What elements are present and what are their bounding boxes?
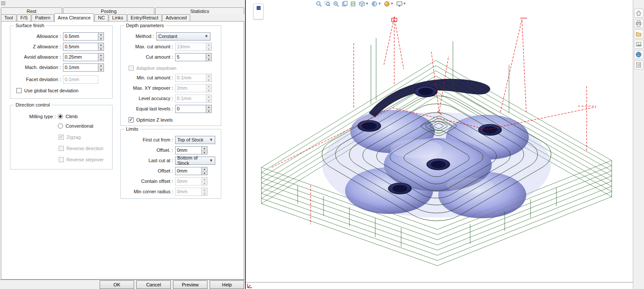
avoid-allowance-spinner[interactable]: ▲▼ <box>98 53 104 61</box>
tab-nc[interactable]: NC <box>94 14 108 22</box>
view-settings-icon[interactable]: ▼ <box>396 1 406 7</box>
adaptive-stepdown-row: Adaptive stepdown <box>129 65 219 72</box>
depth-parameters-group: Depth parameters Method : Constant ▼ Max… <box>120 25 221 126</box>
viewport-bottom-divider <box>246 282 633 283</box>
chevron-down-icon: ▼ <box>390 2 394 6</box>
min-corner-radius-row: Min corner radius : ▲▼ <box>123 187 219 196</box>
mach-deviation-input[interactable] <box>63 63 98 72</box>
optimize-z-row: Optimize Z levels <box>129 116 219 123</box>
rapid-marks <box>392 18 527 115</box>
cut-amount-input[interactable] <box>175 53 206 61</box>
tab-advanced[interactable]: Advanced <box>162 14 190 22</box>
contain-offset-input <box>175 177 202 185</box>
mach-deviation-label: Mach. deviation : <box>12 65 63 70</box>
dialog-titlebar <box>0 0 245 6</box>
last-cut-at-label: Last cut at : <box>123 158 175 163</box>
level-accuracy-spinner: ▲▼ <box>206 94 212 103</box>
reverse-direction-row: Reverse direction <box>59 145 110 152</box>
section-view-a-icon[interactable] <box>342 1 348 7</box>
z-allowance-spinner[interactable]: ▲▼ <box>98 43 104 51</box>
stock-icon[interactable] <box>257 6 261 10</box>
facet-deviation-label: Facet deviation : <box>12 77 63 82</box>
max-cut-amount-input <box>175 43 206 51</box>
adaptive-stepdown-label: Adaptive stepdown <box>136 66 176 71</box>
help-button[interactable]: Help <box>210 280 244 289</box>
offset-top-spinner[interactable]: ▲▼ <box>202 146 207 154</box>
tab-statistics[interactable]: Statistics <box>155 7 244 14</box>
zoom-in-out-icon[interactable] <box>333 1 339 7</box>
offset-bottom-label: Offset : <box>123 168 175 173</box>
min-corner-radius-input <box>175 188 202 196</box>
method-value: Constant <box>158 34 177 39</box>
optimize-z-checkbox[interactable] <box>129 117 134 123</box>
method-select[interactable]: Constant ▼ <box>156 32 210 41</box>
max-xy-stepover-spinner: ▲▼ <box>206 84 212 92</box>
first-cut-from-label: First cut from : <box>123 137 175 142</box>
offset-top-input[interactable] <box>175 146 202 154</box>
max-cut-amount-label: Max. cut amount : <box>123 44 175 49</box>
tab-area-clearance[interactable]: Area Clearance <box>54 13 94 22</box>
tab-row-secondary: Rest Posting Statistics <box>0 6 245 14</box>
last-cut-at-select[interactable]: Bottom of Stock ▼ <box>175 157 215 165</box>
avoid-allowance-row: Avoid allowance : ▲▼ <box>12 53 110 61</box>
offset-bottom-input[interactable] <box>175 167 202 175</box>
conventional-label: Conventional <box>66 123 93 129</box>
z-allowance-row: Z allowance : ▲▼ <box>12 42 110 51</box>
preview-button[interactable]: Preview <box>173 280 207 289</box>
tab-pattern[interactable]: Pattern <box>31 14 53 22</box>
printer-icon[interactable] <box>634 19 644 28</box>
folder-open-icon[interactable] <box>634 29 644 38</box>
facet-deviation-row: Facet deviation : <box>12 75 110 84</box>
limits-group: Limits First cut from : Top of Stock ▼ O… <box>120 129 221 199</box>
view-orientation-icon[interactable]: ▼ <box>359 1 369 7</box>
allowance-spinner[interactable]: ▲▼ <box>98 32 104 41</box>
cut-amount-label: Cut amount : <box>123 54 175 60</box>
tab-tool[interactable]: Tool <box>1 14 16 22</box>
image-icon[interactable] <box>634 40 644 49</box>
offset-bottom-row: Offset : ▲▼ <box>123 166 219 175</box>
z-allowance-input[interactable] <box>63 43 98 51</box>
reverse-direction-label: Reverse direction <box>66 146 104 151</box>
direction-control-group: Direction control Milling type : Climb C… <box>10 105 113 170</box>
tab-fs[interactable]: F/S <box>17 14 31 22</box>
equal-last-levels-spinner[interactable]: ▲▼ <box>206 105 212 113</box>
mach-deviation-row: Mach. deviation : ▲▼ <box>12 63 110 72</box>
first-cut-from-row: First cut from : Top of Stock ▼ <box>123 135 219 144</box>
home-icon[interactable] <box>634 9 644 18</box>
contain-offset-row: Contain offset : ▲▼ <box>123 177 219 185</box>
min-cut-amount-input <box>175 74 206 82</box>
cancel-button[interactable]: Cancel <box>136 280 171 289</box>
tab-links[interactable]: Links <box>109 14 127 22</box>
section-view-b-icon[interactable] <box>350 1 356 7</box>
display-style-icon[interactable]: ▼ <box>371 1 381 7</box>
offset-bottom-spinner[interactable]: ▲▼ <box>202 167 207 175</box>
web-globe-icon[interactable] <box>634 50 644 59</box>
zoom-to-fit-icon[interactable] <box>316 1 322 7</box>
appearances-icon[interactable]: ▼ <box>384 1 394 7</box>
toolpath-canvas[interactable] <box>246 0 634 281</box>
ok-button[interactable]: OK <box>100 280 134 289</box>
zoom-to-area-icon[interactable] <box>324 1 330 7</box>
tab-rest[interactable]: Rest <box>1 7 62 14</box>
climb-radio[interactable] <box>58 114 63 119</box>
tab-entry-retract[interactable]: Entry/Retract <box>127 14 162 22</box>
use-global-facet-label: Use global facet deviation <box>24 88 79 93</box>
method-row: Method : Constant ▼ <box>123 32 219 41</box>
conventional-radio[interactable] <box>58 123 63 129</box>
milling-type-label: Milling type : <box>12 114 58 119</box>
zigzag-label: Zigzag <box>66 135 81 140</box>
origin-triad-icon <box>247 283 253 289</box>
allowance-input[interactable] <box>63 32 98 41</box>
equal-last-levels-label: Equal last levels : <box>123 106 175 111</box>
mach-deviation-spinner[interactable]: ▲▼ <box>98 63 104 72</box>
use-global-facet-checkbox[interactable] <box>16 88 22 93</box>
graphics-viewport[interactable]: ▼ ▼ ▼ ▼ <box>245 0 633 289</box>
avoid-allowance-input[interactable] <box>63 53 98 61</box>
equal-last-levels-input[interactable] <box>175 105 206 113</box>
viewport-mini-toolbar[interactable] <box>253 3 264 19</box>
tab-content-area-clearance: Surface finish Allowance : ▲▼ Z allowanc… <box>1 21 244 280</box>
window-icon <box>1 1 5 5</box>
cut-amount-spinner[interactable]: ▲▼ <box>206 53 212 61</box>
properties-list-icon[interactable] <box>634 60 644 69</box>
first-cut-from-select[interactable]: Top of Stock ▼ <box>175 136 215 144</box>
